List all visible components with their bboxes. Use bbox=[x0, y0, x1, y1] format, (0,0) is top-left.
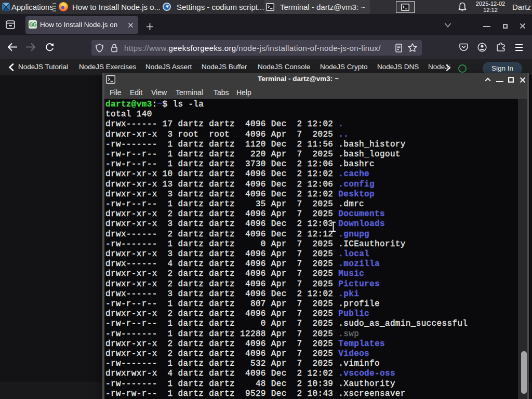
svg-text:GG: GG bbox=[29, 22, 37, 28]
